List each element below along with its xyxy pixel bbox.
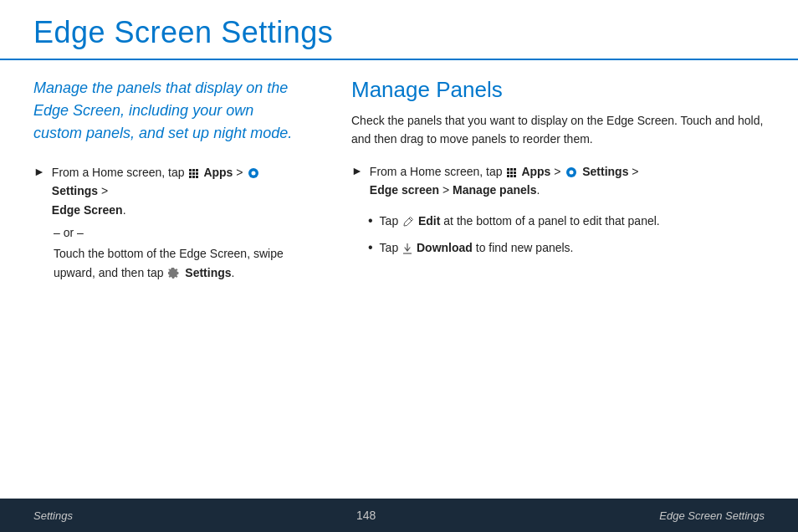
arrow-icon: ► [33,165,45,178]
right-step-settings: Settings [582,165,628,178]
edit-icon [403,217,413,227]
step-1: ► From a Home screen, tap Apps > [33,163,301,219]
step-2-period: . [232,266,235,279]
step-2-settings: Settings [185,266,231,279]
bullet-list: • Tap Edit at the bottom of a panel to e… [368,212,765,258]
step-1-settings: Settings [52,184,98,197]
right-apps-grid-icon [507,168,516,177]
right-step-gt2: > [632,165,638,178]
gear-icon [168,268,180,279]
footer-right: Edge Screen Settings [659,509,765,522]
right-step-edge: Edge screen [370,183,439,197]
right-step-prefix: From a Home screen, tap [370,165,503,178]
step-1-period: . [123,203,126,217]
header: Edge Screen Settings [0,0,798,60]
page-title: Edge Screen Settings [33,15,765,50]
section-title: Manage Panels [351,77,765,103]
svg-point-3 [570,171,574,175]
bullet-2-download: Download [417,241,473,254]
right-step-apps: Apps [521,165,550,178]
step-2: Touch the bottom of the Edge Screen, swi… [33,244,301,282]
section-desc: Check the panels that you want to displa… [351,111,765,149]
right-step: ► From a Home screen, tap Apps > Setting [351,162,765,200]
bullet-1-prefix: Tap [380,214,399,228]
step-1-text: From a Home screen, tap Apps > Settings [52,163,301,219]
bullet-2-suffix: to find new panels. [476,241,574,254]
footer-page-number: 148 [356,509,376,522]
step-2-text: Touch the bottom of the Edge Screen, swi… [54,244,301,282]
step-1-gt2: > [101,184,108,197]
bullet-item-1: • Tap Edit at the bottom of a panel to e… [368,212,765,230]
bullet-text-1: Tap Edit at the bottom of a panel to edi… [380,212,660,230]
settings-circle-icon [248,167,259,179]
step-1-gt1: > [236,166,243,179]
bullet-1-edit: Edit [418,214,440,228]
bullet-dot-1: • [368,212,373,230]
footer: Settings 148 Edge Screen Settings [0,499,798,532]
bullet-dot-2: • [368,238,373,257]
bullet-2-prefix: Tap [380,241,399,254]
step-1-prefix: From a Home screen, tap [52,166,185,179]
page-container: Edge Screen Settings Manage the panels t… [0,0,798,532]
step-1-apps: Apps [203,166,233,179]
or-text: – or – [54,226,301,239]
intro-text: Manage the panels that display on the Ed… [33,77,301,145]
download-icon [403,243,412,254]
right-step-manage: Manage panels [453,183,536,197]
right-step-period: . [536,183,540,197]
right-arrow-icon: ► [351,164,363,177]
bullet-text-2: Tap Download to find new panels. [380,238,574,257]
bullet-item-2: • Tap Download to find new panels. [368,238,765,257]
apps-grid-icon [189,169,198,178]
right-settings-icon [565,166,577,178]
step-1-page: Edge Screen [52,203,123,217]
right-step-gt3: > [442,183,453,197]
bullet-1-suffix: at the bottom of a panel to edit that pa… [443,214,659,228]
right-step-text: From a Home screen, tap Apps > Settings … [370,162,639,200]
right-step-gt1: > [554,165,564,178]
left-column: Manage the panels that display on the Ed… [33,77,318,490]
right-column: Manage Panels Check the panels that you … [351,77,765,490]
footer-left: Settings [33,509,73,522]
main-content: Manage the panels that display on the Ed… [0,60,798,499]
svg-point-1 [252,171,256,176]
